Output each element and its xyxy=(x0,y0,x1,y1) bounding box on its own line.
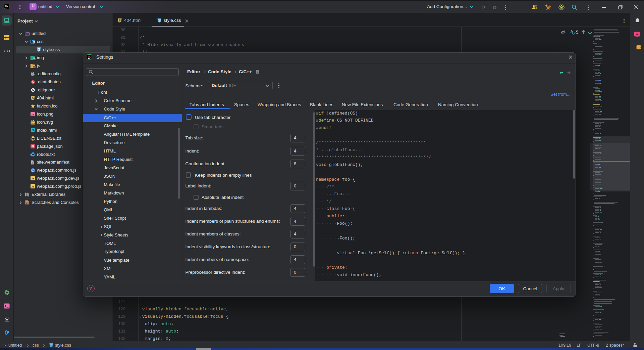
svg-text:JS: JS xyxy=(31,186,34,188)
svg-text:SVG: SVG xyxy=(31,122,35,124)
svg-text:JS: JS xyxy=(33,66,36,68)
svg-text:5: 5 xyxy=(119,19,121,22)
svg-text:JS: JS xyxy=(31,178,34,180)
svg-text:5: 5 xyxy=(32,96,34,100)
